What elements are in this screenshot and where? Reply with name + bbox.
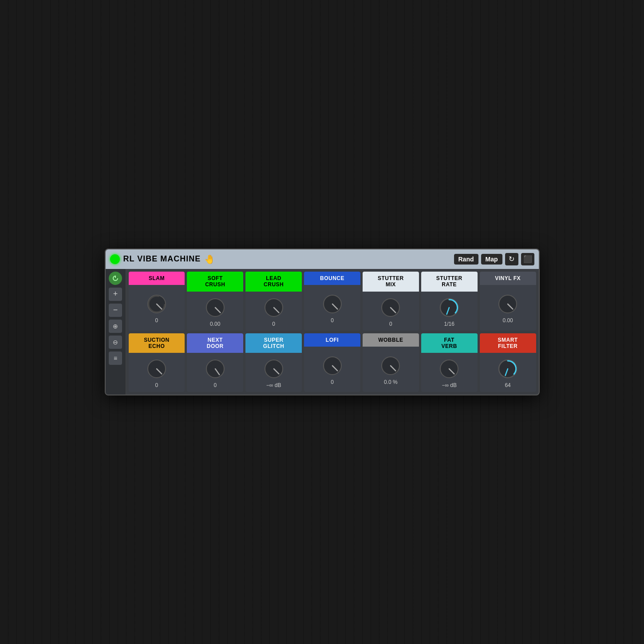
stutter-rate-knob-area[interactable]: 1/16 — [421, 292, 478, 331]
lofi-label: LOFI — [304, 333, 360, 347]
super-glitch-label: SUPERGLITCH — [245, 333, 302, 353]
vinyl-fx-value: 0.00 — [502, 317, 513, 324]
fat-verb-knob[interactable] — [438, 357, 461, 380]
sidebar: + − ⊕ ⊖ ≡ — [106, 269, 126, 395]
lofi-knob[interactable] — [321, 354, 344, 377]
lead-crush-knob[interactable] — [262, 296, 285, 319]
lofi-knob-area[interactable]: 0 — [304, 347, 360, 392]
stutter-mix-knob-area[interactable]: 0 — [363, 292, 419, 331]
next-door-label: NEXTDOOR — [187, 333, 243, 353]
vinyl-fx-label: VINYL FX — [480, 272, 536, 285]
cell-soft-crush[interactable]: SOFTCRUSH 0.00 — [187, 272, 243, 331]
super-glitch-knob-area[interactable]: −∞ dB — [245, 353, 302, 392]
lofi-value: 0 — [331, 379, 334, 385]
row-2: SUCTIONECHO 0 NEXTDOOR — [129, 333, 536, 392]
smart-filter-label: SMARTFILTER — [480, 333, 536, 353]
cell-smart-filter[interactable]: SMARTFILTER 64 — [480, 333, 536, 392]
refresh-button[interactable]: ↻ — [505, 253, 518, 265]
rand-button[interactable]: Rand — [454, 254, 478, 265]
stutter-rate-value: 1/16 — [444, 321, 454, 327]
sidebar-list-btn[interactable]: ≡ — [109, 352, 122, 365]
lead-crush-label: LEADCRUSH — [245, 272, 302, 292]
smart-filter-knob[interactable] — [496, 357, 519, 380]
slam-label: SLAM — [129, 272, 185, 285]
grid-area: SLAM 0 SOFTCRUSH — [126, 269, 539, 395]
wobble-knob[interactable] — [379, 354, 402, 377]
row-1: SLAM 0 SOFTCRUSH — [129, 272, 536, 331]
slam-value: 0 — [155, 317, 158, 324]
cell-lead-crush[interactable]: LEADCRUSH 0 — [245, 272, 302, 331]
title-bar-left: RL VIBE MACHINE 🤚 — [110, 254, 454, 265]
next-door-knob[interactable] — [204, 357, 227, 380]
soft-crush-knob-area[interactable]: 0.00 — [187, 292, 243, 331]
stutter-mix-value: 0 — [389, 321, 392, 327]
title-bar-right: Rand Map ↻ ⬛ — [454, 253, 534, 265]
next-door-value: 0 — [213, 382, 217, 388]
lead-crush-knob-area[interactable]: 0 — [245, 292, 302, 331]
bounce-knob[interactable] — [321, 292, 344, 316]
smart-filter-knob-area[interactable]: 64 — [480, 353, 536, 392]
plugin-title: RL VIBE MACHINE — [123, 254, 201, 264]
power-icon — [112, 275, 119, 282]
title-bar: RL VIBE MACHINE 🤚 Rand Map ↻ ⬛ — [106, 249, 539, 269]
stutter-rate-knob[interactable] — [438, 296, 461, 319]
map-button[interactable]: Map — [481, 254, 502, 265]
sidebar-copy-btn[interactable]: ⊕ — [109, 320, 122, 333]
cell-lofi[interactable]: LOFI 0 — [304, 333, 360, 392]
cell-wobble[interactable]: WOBBLE 0.0 % — [363, 333, 419, 392]
super-glitch-value: −∞ dB — [266, 382, 281, 388]
vinyl-fx-knob[interactable] — [496, 292, 519, 316]
cell-fat-verb[interactable]: FATVERB −∞ dB — [421, 333, 478, 392]
next-door-knob-area[interactable]: 0 — [187, 353, 243, 392]
soft-crush-label: SOFTCRUSH — [187, 272, 243, 292]
soft-crush-knob[interactable] — [204, 296, 227, 319]
save-button[interactable]: ⬛ — [521, 253, 534, 265]
sidebar-minus-btn[interactable]: − — [109, 304, 122, 317]
sidebar-remove-btn[interactable]: ⊖ — [109, 336, 122, 349]
wobble-knob-area[interactable]: 0.0 % — [363, 347, 419, 392]
wobble-value: 0.0 % — [384, 379, 398, 385]
plugin-window: RL VIBE MACHINE 🤚 Rand Map ↻ ⬛ + − ⊕ ⊖ ≡ — [105, 249, 540, 396]
bounce-label: BOUNCE — [304, 272, 360, 285]
suction-echo-label: SUCTIONECHO — [129, 333, 185, 353]
cell-next-door[interactable]: NEXTDOOR 0 — [187, 333, 243, 392]
cell-vinyl-fx[interactable]: VINYL FX 0.00 — [480, 272, 536, 331]
cell-suction-echo[interactable]: SUCTIONECHO 0 — [129, 333, 185, 392]
main-content: + − ⊕ ⊖ ≡ SLAM 0 — [106, 269, 539, 395]
sidebar-plus-btn[interactable]: + — [109, 288, 122, 301]
stutter-rate-label: STUTTERRATE — [421, 272, 478, 292]
suction-echo-value: 0 — [155, 382, 158, 388]
cell-stutter-rate[interactable]: STUTTERRATE 1/16 — [421, 272, 478, 331]
bounce-value: 0 — [331, 317, 334, 324]
lead-crush-value: 0 — [272, 321, 275, 327]
smart-filter-value: 64 — [505, 382, 510, 388]
fat-verb-value: −∞ dB — [442, 382, 457, 388]
fat-verb-knob-area[interactable]: −∞ dB — [421, 353, 478, 392]
soft-crush-value: 0.00 — [210, 321, 220, 327]
cell-slam[interactable]: SLAM 0 — [129, 272, 185, 331]
cell-super-glitch[interactable]: SUPERGLITCH −∞ dB — [245, 333, 302, 392]
stutter-mix-label: STUTTERMIX — [363, 272, 419, 292]
sidebar-power-btn[interactable] — [109, 272, 122, 285]
power-led[interactable] — [110, 254, 120, 264]
suction-echo-knob[interactable] — [145, 357, 168, 380]
cell-bounce[interactable]: BOUNCE 0 — [304, 272, 360, 331]
bounce-knob-area[interactable]: 0 — [304, 285, 360, 330]
fat-verb-label: FATVERB — [421, 333, 478, 353]
vinyl-fx-knob-area[interactable]: 0.00 — [480, 285, 536, 330]
super-glitch-knob[interactable] — [262, 357, 285, 380]
cell-stutter-mix[interactable]: STUTTERMIX 0 — [363, 272, 419, 331]
slam-knob-area[interactable]: 0 — [129, 285, 185, 330]
suction-echo-knob-area[interactable]: 0 — [129, 353, 185, 392]
hand-icon: 🤚 — [204, 254, 215, 265]
stutter-mix-knob[interactable] — [379, 296, 402, 319]
slam-knob[interactable] — [145, 292, 168, 316]
wobble-label: WOBBLE — [363, 333, 419, 347]
